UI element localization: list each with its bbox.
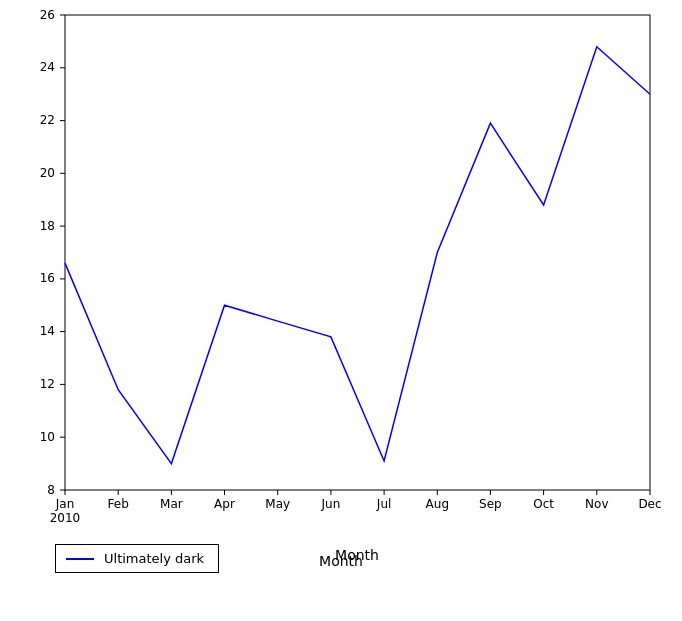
x-tick-jul: Jul xyxy=(376,497,391,511)
svg-rect-1 xyxy=(65,15,650,490)
x-tick-oct: Oct xyxy=(533,497,554,511)
x-tick-apr: Apr xyxy=(214,497,235,511)
legend-line xyxy=(66,558,94,560)
x-tick-dec: Dec xyxy=(638,497,661,511)
x-tick-sep: Sep xyxy=(479,497,502,511)
x-tick-feb: Feb xyxy=(108,497,129,511)
y-tick-8: 8 xyxy=(47,483,55,497)
y-tick-20: 20 xyxy=(40,166,55,180)
x-tick-jun: Jun xyxy=(321,497,341,511)
x-tick-jan: Jan xyxy=(55,497,75,511)
y-tick-24: 24 xyxy=(40,60,55,74)
x-tick-nov: Nov xyxy=(585,497,608,511)
y-tick-16: 16 xyxy=(40,271,55,285)
y-tick-22: 22 xyxy=(40,113,55,127)
y-tick-18: 18 xyxy=(40,219,55,233)
x-tick-mar: Mar xyxy=(160,497,183,511)
x-tick-aug: Aug xyxy=(426,497,449,511)
legend-box: Ultimately dark xyxy=(55,544,219,573)
chart-svg: 8 10 12 14 16 18 20 22 24 26 Jan xyxy=(0,0,682,621)
y-tick-14: 14 xyxy=(40,324,55,338)
y-tick-26: 26 xyxy=(40,8,55,22)
legend-label: Ultimately dark xyxy=(104,551,204,566)
chart-container: 8 10 12 14 16 18 20 22 24 26 Jan xyxy=(0,0,682,621)
x-tick-2010: 2010 xyxy=(50,511,81,525)
y-tick-12: 12 xyxy=(40,377,55,391)
y-tick-10: 10 xyxy=(40,430,55,444)
x-tick-may: May xyxy=(265,497,290,511)
